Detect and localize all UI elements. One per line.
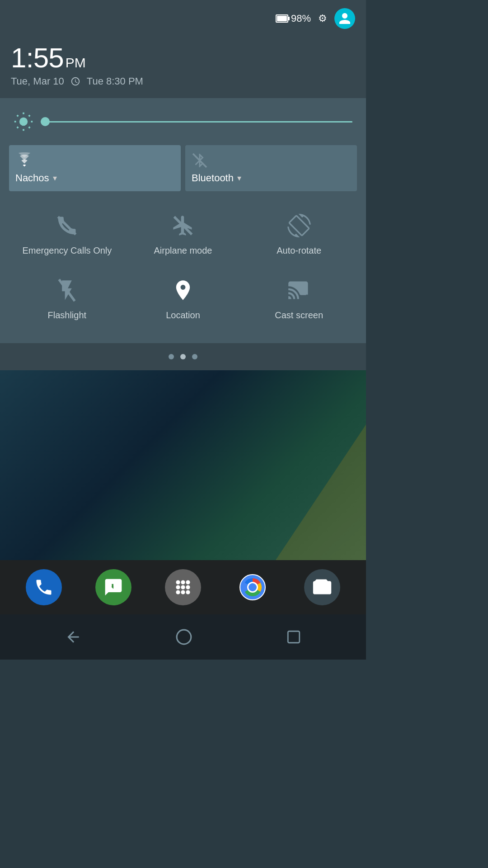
navigation-bar	[0, 614, 366, 660]
svg-point-11	[176, 585, 180, 589]
wifi-bluetooth-row: Nachos ▾ Bluetooth ▾	[9, 145, 357, 191]
flashlight-toggle[interactable]: Flashlight	[9, 265, 125, 330]
alarm-icon	[70, 76, 80, 86]
svg-point-13	[186, 585, 190, 589]
emergency-calls-toggle[interactable]: Emergency Calls Only	[9, 200, 125, 265]
clock-time: 1:55	[11, 42, 64, 73]
cast-screen-toggle[interactable]: Cast screen	[241, 265, 357, 330]
brightness-row[interactable]	[9, 112, 357, 132]
dock-app-launcher-icon[interactable]	[165, 569, 201, 605]
bluetooth-icon	[192, 152, 208, 169]
svg-rect-22	[288, 631, 300, 643]
cast-screen-label: Cast screen	[275, 310, 323, 321]
avatar[interactable]	[334, 8, 355, 29]
bluetooth-dropdown-arrow[interactable]: ▾	[237, 173, 241, 183]
page-dot-2	[180, 354, 186, 359]
home-button[interactable]	[175, 628, 192, 646]
alarm-time: Tue 8:30 PM	[87, 75, 143, 87]
svg-point-15	[181, 590, 185, 594]
auto-rotate-icon	[286, 212, 313, 239]
emergency-calls-label: Emergency Calls Only	[22, 245, 112, 256]
location-icon	[169, 277, 197, 304]
emergency-calls-icon	[53, 212, 80, 239]
date-label: Tue, Mar 10	[11, 75, 64, 87]
quick-toggle-grid: Emergency Calls Only Airplane mode Auto-…	[9, 200, 357, 330]
brightness-icon	[14, 112, 33, 132]
svg-point-21	[177, 630, 191, 644]
time-display: 1:55PM	[11, 42, 355, 74]
settings-button[interactable]: ⚙	[318, 13, 327, 24]
airplane-mode-icon	[169, 212, 197, 239]
battery-icon	[276, 14, 288, 23]
svg-point-0	[19, 118, 28, 126]
dock-phone-icon[interactable]	[26, 569, 62, 605]
wifi-toggle[interactable]: Nachos ▾	[9, 145, 181, 191]
svg-rect-7	[113, 585, 116, 588]
bluetooth-label: Bluetooth	[192, 172, 234, 184]
date-alarm-row: Tue, Mar 10 Tue 8:30 PM	[11, 75, 355, 87]
flashlight-icon	[53, 277, 80, 304]
flashlight-label: Flashlight	[48, 310, 87, 321]
cast-screen-icon	[286, 277, 313, 304]
svg-point-10	[186, 580, 190, 584]
battery-indicator: 98%	[276, 13, 311, 24]
svg-rect-6	[109, 585, 112, 588]
svg-point-8	[176, 580, 180, 584]
airplane-mode-toggle[interactable]: Airplane mode	[125, 200, 241, 265]
auto-rotate-toggle[interactable]: Auto-rotate	[241, 200, 357, 265]
dock-camera-icon[interactable]	[304, 569, 340, 605]
back-button[interactable]	[65, 628, 82, 646]
svg-point-9	[181, 580, 185, 584]
page-dot-3	[192, 354, 197, 359]
battery-percent: 98%	[291, 13, 311, 24]
wifi-label-row: Nachos ▾	[15, 172, 57, 184]
wifi-icon	[15, 152, 33, 169]
recents-button[interactable]	[286, 629, 301, 645]
svg-point-14	[176, 590, 180, 594]
svg-point-16	[186, 590, 190, 594]
svg-point-12	[181, 585, 185, 589]
svg-marker-1	[23, 165, 26, 166]
bluetooth-label-row: Bluetooth ▾	[192, 172, 241, 184]
location-label: Location	[166, 310, 200, 321]
page-dot-1	[169, 354, 174, 359]
quick-settings-panel: Nachos ▾ Bluetooth ▾	[0, 98, 366, 343]
time-area: 1:55PM Tue, Mar 10 Tue 8:30 PM	[0, 37, 366, 98]
wifi-network-name: Nachos	[15, 172, 49, 184]
brightness-slider[interactable]	[41, 121, 352, 123]
dock-chrome-icon[interactable]	[235, 569, 271, 605]
desktop-wallpaper	[0, 370, 366, 560]
gear-icon: ⚙	[318, 13, 327, 24]
bluetooth-toggle[interactable]: Bluetooth ▾	[185, 145, 357, 191]
airplane-mode-label: Airplane mode	[154, 245, 212, 256]
clock-ampm: PM	[66, 55, 86, 70]
wifi-dropdown-arrow[interactable]: ▾	[53, 173, 57, 183]
auto-rotate-label: Auto-rotate	[277, 245, 321, 256]
svg-point-20	[249, 583, 257, 591]
page-indicator	[0, 343, 366, 370]
location-toggle[interactable]: Location	[125, 265, 241, 330]
dock-hangouts-icon[interactable]	[95, 569, 131, 605]
app-dock	[0, 560, 366, 614]
status-bar: 98% ⚙	[0, 0, 366, 37]
